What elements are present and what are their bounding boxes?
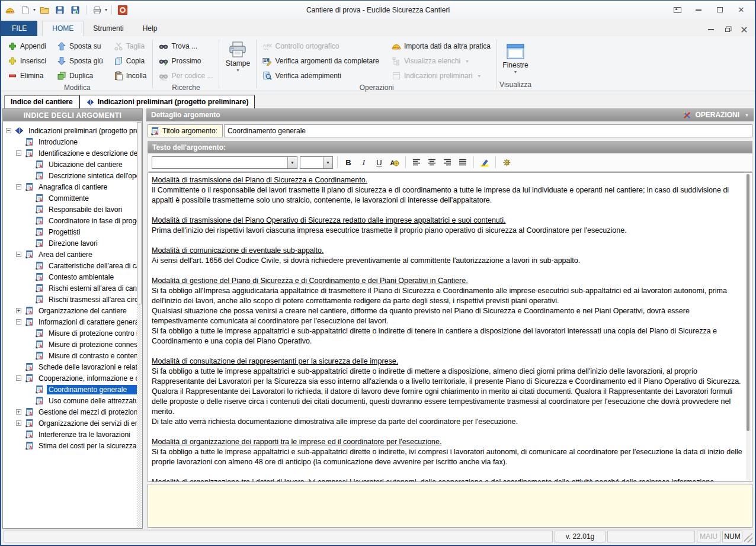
tree-item-rischi-esterni-all-area-di-cantiere[interactable]: Rischi esterni all'area di cantiere (4, 282, 137, 294)
tree-item-uso-comune-delle-attrezzature[interactable]: Uso comune delle attrezzature (4, 395, 137, 406)
tree-item-misure-di-protezione-connesse-alla[interactable]: Misure di protezione connesse alla (4, 339, 137, 350)
tab-indice-del-cantiere[interactable]: Indice del cantiere (4, 95, 79, 108)
minimize-button[interactable] (692, 5, 705, 15)
topic-doc-icon (35, 227, 44, 236)
chevron-down-icon[interactable]: ▼ (323, 157, 332, 168)
highlight-button[interactable] (478, 156, 491, 169)
ribbon-button-prossimo[interactable]: Prossimo (155, 54, 216, 68)
underline-button[interactable]: U (373, 156, 386, 169)
tree-item-direzione-lavori[interactable]: Direzione lavori (4, 237, 137, 249)
tree-item-introduzione[interactable]: Introduzione (4, 136, 137, 147)
tree-item-progettisti[interactable]: Progettisti (4, 226, 137, 237)
new-document-dropdown-icon[interactable]: ▾ (33, 7, 36, 12)
ribbon-button-verifica-adempimenti[interactable]: Verifica adempimenti (259, 69, 382, 83)
ribbon-button-appendi[interactable]: Appendi (4, 39, 50, 53)
tree-item-cooperazione-informazione-e-coordina[interactable]: −Cooperazione, informazione e coordina (4, 372, 137, 384)
app-helmet-icon[interactable] (4, 4, 17, 17)
notes-area[interactable] (148, 484, 752, 528)
tree-item-misure-di-protezione-contro-i-rischi[interactable]: Misure di protezione contro i rischi (4, 327, 137, 339)
align-left-button[interactable] (410, 156, 423, 169)
tree-item-anagrafica-di-cantiere[interactable]: −Anagrafica di cantiere (4, 181, 137, 192)
tab-home[interactable]: HOME (42, 21, 84, 36)
tab-file[interactable]: FILE (1, 21, 37, 36)
align-center-button[interactable] (425, 156, 438, 169)
font-color-button[interactable] (388, 156, 401, 169)
open-button[interactable] (38, 4, 51, 17)
tree-item-contesto-ambientale[interactable]: Contesto ambientale (4, 271, 137, 282)
font-size-select[interactable]: ▼ (300, 156, 333, 169)
expand-icon[interactable]: + (16, 420, 21, 426)
tree-item-organizzazione-del-cantiere[interactable]: +Organizzazione del cantiere (4, 305, 137, 316)
tree-item-gestione-dei-mezzi-di-protezione-collet[interactable]: +Gestione dei mezzi di protezione collet (4, 406, 137, 417)
tree-item-caratteristiche-dell-area-di-cantiere[interactable]: Caratteristiche dell'area di cantiere (4, 260, 137, 271)
ribbon-button-verifica-argomenti-da-completare[interactable]: Verifica argomenti da completare (259, 54, 382, 68)
tree-item-responsabile-dei-lavori[interactable]: Responsabile dei lavori (4, 204, 137, 215)
insert-field-button[interactable] (500, 156, 513, 169)
tree-item-misure-di-contrasto-e-contenimento[interactable]: Misure di contrasto e contenimento (4, 350, 137, 361)
chevron-down-icon[interactable]: ▼ (287, 157, 297, 168)
ribbon-button-elimina[interactable]: Elimina (4, 69, 50, 83)
mdi-close-button[interactable]: ✕ (739, 25, 749, 34)
ribbon-button-copia[interactable]: Copia (110, 54, 150, 68)
bold-button[interactable]: B (342, 156, 355, 169)
collapse-icon[interactable]: − (16, 319, 21, 325)
tree-scrollbar-thumb[interactable] (137, 122, 142, 304)
tab-indicazioni-preliminari[interactable]: Indicazioni preliminari (progetto prelim… (79, 95, 255, 108)
tree-item-coordinamento-generale[interactable]: Coordinamento generale (4, 384, 137, 395)
expand-icon[interactable]: + (16, 308, 21, 313)
new-document-button[interactable] (19, 4, 32, 17)
tree-item-informazioni-di-carattere-generale[interactable]: −Informazioni di carattere generale (4, 316, 137, 327)
operazioni-button[interactable]: OPERAZIONI ▼ (683, 111, 749, 120)
ribbon-button-incolla[interactable]: Incolla (110, 69, 150, 83)
divider (495, 156, 496, 168)
tree-item-rischi-trasmessi-all-area-circostante[interactable]: Rischi trasmessi all'area circostante (4, 294, 137, 305)
align-justify-button[interactable] (456, 156, 469, 169)
ribbon-button-importa-dati-da-altra-pratica[interactable]: Importa dati da altra pratica (388, 39, 494, 53)
tree-item-committente[interactable]: Committente (4, 192, 137, 204)
ribbon-button-trova[interactable]: Trova ... (155, 39, 216, 53)
align-right-button[interactable] (441, 156, 454, 169)
topic-title-input[interactable]: Coordinamento generale (224, 124, 752, 137)
ribbon-button-sposta-su[interactable]: Sposta su (53, 39, 107, 53)
expand-icon[interactable]: + (16, 409, 21, 415)
save-button[interactable] (53, 4, 66, 17)
editor-scrollbar[interactable] (746, 174, 751, 480)
tree-item-indicazioni-preliminari-progetto-prelimi[interactable]: −Indicazioni preliminari (progetto preli… (4, 125, 137, 136)
save-as-button[interactable] (69, 4, 82, 17)
tree-scrollbar[interactable] (137, 122, 142, 528)
ribbon-display-options-button[interactable] (671, 5, 684, 15)
tree-item-descrizione-sintetica-dell-opera[interactable]: Descrizione sintetica dell'opera (4, 170, 137, 181)
ribbon-button-duplica[interactable]: Duplica (53, 69, 107, 83)
topic-text-editor[interactable]: Modalità di trasmissione del Piano di Si… (148, 172, 752, 482)
tab-help[interactable]: Help (133, 21, 167, 36)
tree-item-area-del-cantiere[interactable]: −Area del cantiere (4, 249, 137, 260)
tree-item-coordinatore-in-fase-di-progettazione[interactable]: Coordinatore in fase di progettazione (4, 215, 137, 226)
ribbon-button-stampe[interactable]: Stampe ▼ (220, 37, 255, 91)
collapse-icon[interactable]: − (6, 128, 11, 133)
tree-item-identificazione-e-descrizione-dell-opera[interactable]: −Identificazione e descrizione dell'oper… (4, 147, 137, 159)
ribbon-button-sposta-gi[interactable]: Sposta giù (53, 54, 107, 68)
tree-item-ubicazione-del-cantiere[interactable]: Ubicazione del cantiere (4, 159, 137, 170)
tab-strumenti[interactable]: Strumenti (84, 21, 133, 36)
euclide-logo-icon[interactable] (116, 4, 129, 17)
collapse-icon[interactable]: − (16, 184, 21, 190)
editor-scrollbar-thumb[interactable] (747, 174, 749, 431)
print-button[interactable] (91, 4, 104, 17)
tree-item-schede-delle-lavorazioni-e-relative-ana[interactable]: Schede delle lavorazioni e relative ana (4, 361, 137, 372)
collapse-icon[interactable]: − (16, 375, 21, 381)
collapse-icon[interactable]: − (16, 150, 21, 156)
italic-button[interactable]: I (357, 156, 370, 169)
tree-item-organizzazione-dei-servizi-di-emergenz[interactable]: +Organizzazione dei servizi di emergenz (4, 417, 137, 429)
collapse-icon[interactable]: − (16, 252, 21, 257)
mdi-restore-button[interactable] (723, 25, 732, 34)
resize-grip[interactable] (744, 531, 752, 542)
ribbon-button-inserisci[interactable]: Inserisci (4, 54, 50, 68)
close-button[interactable]: ✕ (735, 5, 748, 15)
tree-item-stima-dei-costi-per-la-sicurezza[interactable]: Stima dei costi per la sicurezza (4, 440, 137, 451)
maximize-button[interactable] (713, 5, 726, 15)
print-dropdown-icon[interactable]: ▾ (105, 7, 107, 12)
ribbon-button-finestre[interactable]: Finestre ▼ (498, 39, 533, 74)
mdi-minimize-button[interactable] (706, 25, 716, 34)
font-family-select[interactable]: ▼ (152, 156, 297, 169)
tree-item-interferenze-tra-le-lavorazioni[interactable]: Interferenze tra le lavorazioni (4, 429, 137, 440)
